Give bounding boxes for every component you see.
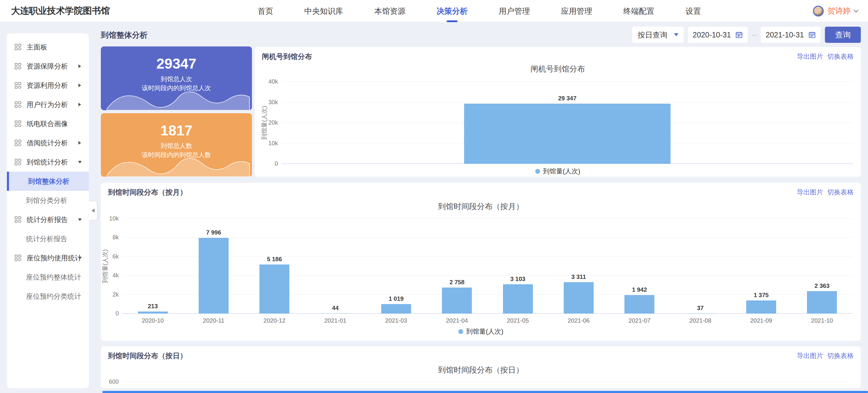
calendar-icon xyxy=(735,31,743,39)
dashboard-grid-icon xyxy=(14,82,22,89)
bar-value-label: 1 375 xyxy=(754,292,769,299)
sidebar-item-座位预约分类统计[interactable]: 座位预约分类统计 xyxy=(7,287,89,306)
toggle-table-link[interactable]: 切换表格 xyxy=(827,52,854,61)
wave-decoration xyxy=(101,83,252,110)
bar-2021-03[interactable]: 1 019 xyxy=(381,304,411,314)
wave-decoration xyxy=(101,149,252,177)
sidebar-item-到馆统计分析[interactable]: 到馆统计分析 xyxy=(7,152,89,172)
sidebar-item-label: 到馆整体分析 xyxy=(28,177,69,186)
nav-item-应用管理[interactable]: 应用管理 xyxy=(546,0,608,22)
sidebar-item-用户行为分析[interactable]: 用户行为分析 xyxy=(7,95,89,114)
bar-2021-01[interactable]: 44 xyxy=(320,313,350,314)
sidebar-item-座位预约使用统计[interactable]: 座位预约使用统计 xyxy=(7,248,89,268)
x-tick-label: 2021-08 xyxy=(689,317,711,324)
x-tick-label: 2021-04 xyxy=(446,317,468,324)
nav-item-决策分析[interactable]: 决策分析 xyxy=(421,0,483,22)
nav-item-用户管理[interactable]: 用户管理 xyxy=(483,0,546,22)
legend[interactable]: 到馆量(人次) xyxy=(101,327,861,336)
chart-title: 到馆时间段分布（按日） xyxy=(101,365,861,375)
caret-right-icon xyxy=(79,84,81,87)
toggle-table-link[interactable]: 切换表格 xyxy=(827,188,854,197)
bar-2021-10[interactable]: 2 363 xyxy=(807,291,837,314)
sidebar-item-借阅统计分析[interactable]: 借阅统计分析 xyxy=(7,133,89,152)
caret-down-icon xyxy=(78,218,82,221)
export-image-link[interactable]: 导出图片 xyxy=(797,188,823,197)
user-menu[interactable]: 贺诗婷 xyxy=(813,6,868,17)
dashboard-grid-icon xyxy=(14,254,22,262)
dashboard-grid-icon xyxy=(14,120,22,128)
sidebar-item-label: 座位预约使用统计 xyxy=(27,253,82,263)
nav-item-本馆资源[interactable]: 本馆资源 xyxy=(359,0,421,22)
bar-2021-04[interactable]: 2 758 xyxy=(442,287,472,314)
toggle-table-link[interactable]: 切换表格 xyxy=(827,352,854,360)
bar-slot: 2 3632021-10 xyxy=(792,219,852,314)
daily-chart-plot: 600 xyxy=(122,382,852,388)
export-image-link[interactable]: 导出图片 xyxy=(797,52,823,61)
bar-2021-08[interactable]: 37 xyxy=(685,313,715,314)
sidebar-item-到馆整体分析[interactable]: 到馆整体分析 xyxy=(7,172,89,191)
x-tick-label: 2021-07 xyxy=(629,317,650,324)
legend[interactable]: 到馆量(人次) xyxy=(255,167,861,176)
monthly-chart-plot: 02k4k6k8k10k到馆量(人次)2132020-107 9962020-1… xyxy=(122,219,852,314)
bar-2021-07[interactable]: 1 942 xyxy=(624,295,654,314)
export-image-link[interactable]: 导出图片 xyxy=(797,352,823,360)
sidebar-item-纸电联合画像[interactable]: 纸电联合画像 xyxy=(7,114,89,133)
panel-title: 到馆时间段分布（按月） xyxy=(108,188,187,197)
y-tick-label: 0 xyxy=(116,310,119,317)
bar-value-label: 2 363 xyxy=(814,282,829,289)
nav-item-首页[interactable]: 首页 xyxy=(242,0,289,22)
nav-item-中央知识库[interactable]: 中央知识库 xyxy=(289,0,359,22)
sidebar-item-统计分析报告[interactable]: 统计分析报告 xyxy=(7,210,89,229)
panel-monthly-distribution: 到馆时间段分布（按月） 导出图片 切换表格 到馆时间段分布（按月） 02k4k6… xyxy=(101,183,861,341)
sidebar-item-座位预约整体统计[interactable]: 座位预约整体统计 xyxy=(7,268,89,287)
search-button[interactable]: 查询 xyxy=(825,27,861,43)
panel-gate-distribution: 闸机号到馆分布 导出图片 切换表格 闸机号到馆分布 010k20k30k40k到… xyxy=(255,47,861,177)
bar-total[interactable]: 29 347 xyxy=(464,104,671,164)
query-type-select[interactable]: 按日查询 xyxy=(632,27,684,43)
bar-2021-05[interactable]: 3 103 xyxy=(503,284,533,314)
y-tick-label: 10k xyxy=(109,215,119,222)
page-title: 到馆整体分析 xyxy=(101,30,148,40)
bar-2020-11[interactable]: 7 996 xyxy=(199,238,228,314)
date-start-input[interactable]: 2020-10-31 xyxy=(688,27,748,43)
sidebar: 主面板资源保障分析资源利用分析用户行为分析纸电联合画像借阅统计分析到馆统计分析到… xyxy=(7,33,89,388)
y-tick-label: 6k xyxy=(113,253,119,260)
sidebar-collapse-handle[interactable] xyxy=(89,201,97,220)
brand-title: 大连职业技术学院图书馆 xyxy=(0,5,110,17)
y-axis-label: 到馆量(人次) xyxy=(260,106,269,140)
y-tick-label: 30k xyxy=(269,99,278,106)
bar-slot: 2 7582021-04 xyxy=(427,219,488,314)
y-tick-label: 4k xyxy=(113,272,119,279)
bar-2020-10[interactable]: 213 xyxy=(138,311,168,314)
caret-right-icon xyxy=(79,64,81,68)
stat-card-total-visitors: 1817 到馆总人数 该时间段内的到馆总人数 xyxy=(101,113,252,177)
panel-title: 到馆时间段分布（按日） xyxy=(108,351,187,361)
sidebar-item-资源利用分析[interactable]: 资源利用分析 xyxy=(7,76,89,95)
x-tick-label: 2021-09 xyxy=(750,317,772,324)
top-bar: 大连职业技术学院图书馆 首页中央知识库本馆资源决策分析用户管理应用管理终端配置设… xyxy=(0,0,868,22)
sidebar-item-label: 资源利用分析 xyxy=(27,81,68,90)
bar-2020-12[interactable]: 5 186 xyxy=(259,264,289,314)
bar-value-label: 213 xyxy=(148,303,158,310)
bar-2021-06[interactable]: 3 311 xyxy=(564,282,594,314)
dashboard-grid-icon xyxy=(14,139,22,147)
bar-2021-09[interactable]: 1 375 xyxy=(746,301,776,314)
bar-slot: 29 347 xyxy=(282,82,853,164)
bar-value-label: 2 758 xyxy=(450,279,464,286)
bar-slot: 3 1032021-05 xyxy=(488,219,548,314)
y-tick-label: 0 xyxy=(275,160,278,167)
collapse-left-icon xyxy=(92,208,95,213)
nav-item-设置[interactable]: 设置 xyxy=(670,0,717,22)
caret-down-icon xyxy=(78,161,82,164)
dashboard-grid-icon xyxy=(14,216,22,223)
sidebar-item-主面板[interactable]: 主面板 xyxy=(7,37,89,57)
bar-slot: 5 1862020-12 xyxy=(244,219,305,314)
nav-item-终端配置[interactable]: 终端配置 xyxy=(608,0,670,22)
horizontal-scrollbar[interactable] xyxy=(102,391,868,393)
sidebar-item-统计分析报告[interactable]: 统计分析报告 xyxy=(7,229,89,248)
date-end-input[interactable]: 2021-10-31 xyxy=(761,27,821,43)
sidebar-item-到馆分类分析[interactable]: 到馆分类分析 xyxy=(7,191,89,210)
sidebar-item-资源保障分析[interactable]: 资源保障分析 xyxy=(7,57,89,76)
bar-slot: 1 0192021-03 xyxy=(366,219,426,314)
user-avatar[interactable] xyxy=(813,6,824,17)
